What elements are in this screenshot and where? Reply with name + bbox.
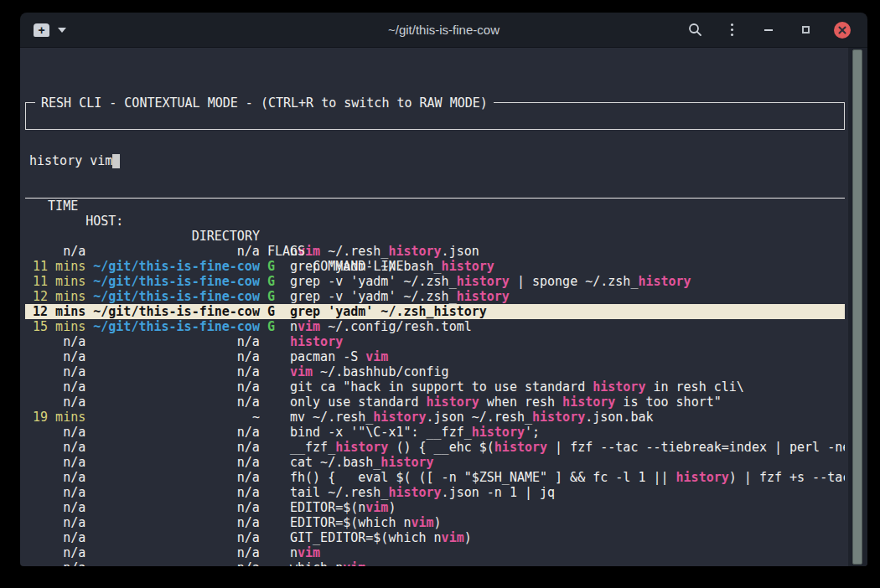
chevron-down-icon — [58, 28, 66, 33]
row-flag — [267, 455, 275, 470]
table-row[interactable]: n/an/ahistory — [25, 334, 845, 349]
row-flag — [267, 545, 275, 560]
table-row[interactable]: n/an/anvim — [25, 545, 845, 560]
row-command: nvim ~/.config/resh.toml — [290, 319, 472, 334]
history-list: n/an/anvim ~/.resh_history.json11 mins~/… — [25, 244, 845, 566]
table-row[interactable]: 11 mins~/git/this-is-fine-cowGgrep -v 'y… — [25, 274, 845, 289]
row-flag — [267, 515, 275, 530]
column-header-command: COMMAND-LINE — [313, 259, 403, 274]
table-row[interactable]: n/an/abind -x '"\C-x1": __fzf_history'; — [25, 425, 845, 440]
terminal-window: + ~/git/this-is-fine-cow — [20, 13, 867, 566]
row-time: 19 mins — [33, 410, 85, 425]
table-row[interactable]: 15 mins~/git/this-is-fine-cowGnvim ~/.co… — [25, 319, 845, 334]
scrollbar[interactable] — [848, 48, 867, 566]
row-time: n/a — [33, 560, 85, 566]
row-command: grep -v 'yadm' ~/.zsh_history | sponge ~… — [290, 274, 691, 289]
row-command: GIT_EDITOR=$(which nvim) — [290, 530, 472, 545]
row-time: n/a — [33, 470, 85, 485]
row-command: grep 'yadm' ~/.zsh_history — [290, 304, 487, 319]
row-time: n/a — [33, 395, 85, 410]
row-directory: n/a — [93, 244, 260, 259]
table-row[interactable]: n/an/afh() { eval $( ([ -n "$ZSH_NAME" ]… — [25, 470, 845, 485]
row-flag: G — [267, 274, 275, 289]
table-row[interactable]: 19 mins~mv ~/.resh_history.json ~/.resh_… — [25, 410, 845, 425]
table-row[interactable]: 11 mins~/git/this-is-fine-cowGgrep 'yadm… — [25, 259, 845, 274]
table-row[interactable]: n/an/aGIT_EDITOR=$(which nvim) — [25, 530, 845, 545]
row-flag — [267, 349, 275, 364]
row-time: n/a — [33, 545, 85, 560]
table-header: TIME HOST: DIRECTORY FLAGS COMMAND-LINE — [25, 183, 845, 199]
row-directory: n/a — [93, 440, 260, 455]
row-command: pacman -S vim — [290, 349, 388, 364]
new-tab-icon: + — [34, 23, 49, 37]
table-row[interactable]: n/an/avim ~/.bashhub/config — [25, 364, 845, 379]
row-flag — [267, 334, 275, 349]
row-command: tail ~/.resh_history.json -n 1 | jq — [290, 485, 555, 500]
row-directory: ~/git/this-is-fine-cow — [93, 289, 260, 304]
row-time: n/a — [33, 515, 85, 530]
row-command: mv ~/.resh_history.json ~/.resh_history.… — [290, 410, 654, 425]
row-command: EDITOR=$(nvim) — [290, 500, 396, 515]
row-time: n/a — [33, 455, 85, 470]
row-directory: n/a — [93, 395, 260, 410]
search-button[interactable] — [686, 22, 703, 39]
column-header-directory: DIRECTORY — [192, 229, 260, 244]
row-directory: ~/git/this-is-fine-cow — [93, 274, 260, 289]
table-row[interactable]: n/an/aEDITOR=$(which nvim) — [25, 515, 845, 530]
row-directory: n/a — [93, 485, 260, 500]
row-directory: n/a — [93, 545, 260, 560]
row-time: n/a — [33, 364, 85, 379]
table-row[interactable]: n/an/agit ca "hack in support to use sta… — [25, 379, 845, 395]
row-time: n/a — [33, 334, 85, 349]
row-directory: n/a — [93, 530, 260, 545]
table-row[interactable]: n/an/aEDITOR=$(nvim) — [25, 500, 845, 515]
row-command: cat ~/.bash_history — [290, 455, 434, 470]
scrollbar-thumb[interactable] — [852, 49, 862, 565]
search-input[interactable]: history vim — [29, 153, 841, 168]
table-row[interactable]: n/an/anvim ~/.resh_history.json — [25, 244, 845, 259]
table-row[interactable]: 12 mins~/git/this-is-fine-cowGgrep -v 'y… — [25, 289, 845, 304]
row-flag — [267, 440, 275, 455]
row-command: bind -x '"\C-x1": __fzf_history'; — [290, 425, 540, 440]
terminal-content: RESH CLI - CONTEXTUAL MODE - (CTRL+R to … — [20, 48, 867, 566]
column-header-flags: FLAGS — [267, 244, 305, 259]
table-row[interactable]: n/an/aonly use standard history when res… — [25, 395, 845, 410]
row-command: __fzf_history () { __ehc $(history | fzf… — [290, 440, 845, 455]
row-flag — [267, 364, 275, 379]
row-directory: n/a — [93, 379, 260, 395]
row-time: n/a — [33, 379, 85, 395]
text-cursor — [112, 154, 120, 168]
table-row[interactable]: n/an/atail ~/.resh_history.json -n 1 | j… — [25, 485, 845, 500]
menu-button[interactable] — [723, 22, 740, 39]
row-directory: ~ — [93, 410, 260, 425]
new-tab-button[interactable]: + — [34, 23, 66, 37]
restore-icon — [802, 26, 810, 34]
table-row[interactable]: 12 mins~/git/this-is-fine-cowGgrep 'yadm… — [25, 304, 845, 319]
row-directory: ~/git/this-is-fine-cow — [93, 304, 260, 319]
row-time: n/a — [33, 530, 85, 545]
row-flag: G — [267, 319, 275, 334]
row-directory: n/a — [93, 500, 260, 515]
kebab-menu-icon — [731, 23, 733, 36]
row-command: vim ~/.bashhub/config — [290, 364, 449, 379]
row-time: 12 mins — [33, 304, 85, 319]
table-row[interactable]: n/an/apacman -S vim — [25, 349, 845, 364]
restore-button[interactable] — [797, 22, 814, 39]
search-query: history vim — [29, 153, 112, 168]
search-box: RESH CLI - CONTEXTUAL MODE - (CTRL+R to … — [25, 102, 845, 130]
close-button[interactable] — [834, 22, 851, 39]
minimize-button[interactable] — [760, 22, 777, 39]
row-time: 15 mins — [33, 319, 85, 334]
row-flag — [267, 530, 275, 545]
table-row[interactable]: n/an/awhich nvim — [25, 560, 845, 566]
table-row[interactable]: n/an/a__fzf_history () { __ehc $(history… — [25, 440, 845, 455]
column-header-time: TIME — [48, 199, 78, 214]
row-flag — [267, 395, 275, 410]
column-header-host: HOST: — [85, 214, 123, 229]
row-flag: G — [267, 259, 275, 274]
row-command: grep -v 'yadm' ~/.zsh_history — [290, 289, 510, 304]
row-command: only use standard history when resh hist… — [290, 395, 722, 410]
row-flag — [267, 500, 275, 515]
table-row[interactable]: n/an/acat ~/.bash_history — [25, 455, 845, 470]
row-directory: n/a — [93, 560, 260, 566]
